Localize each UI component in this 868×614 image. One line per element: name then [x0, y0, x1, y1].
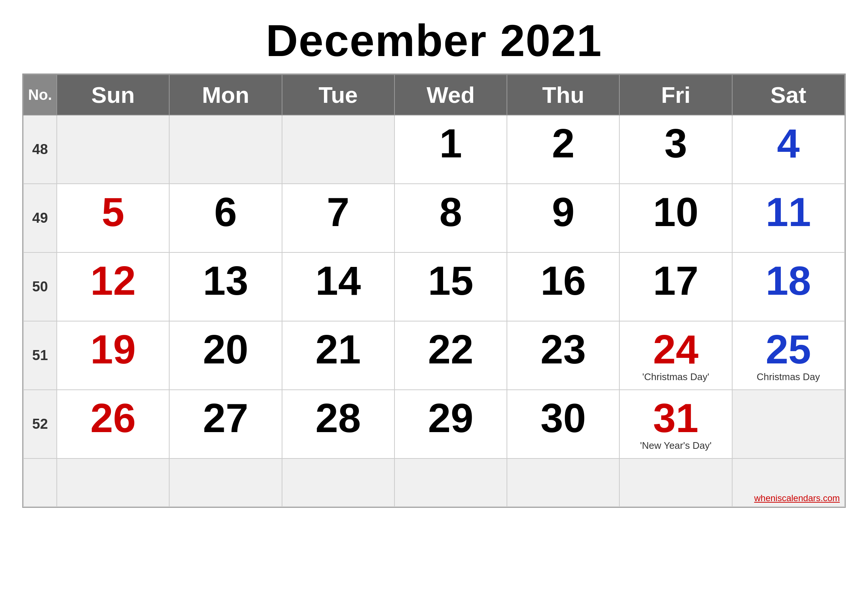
calendar-cell: wheniscalendars.com [732, 459, 845, 507]
calendar-cell [57, 115, 169, 184]
day-number: 29 [400, 398, 501, 439]
calendar-cell [732, 390, 845, 459]
header-fri: Fri [619, 74, 732, 115]
calendar-cell: 21 [282, 321, 394, 390]
calendar-cell: 8 [394, 184, 507, 253]
day-number: 10 [625, 192, 726, 233]
day-number: 18 [738, 260, 839, 301]
day-number: 12 [62, 260, 164, 301]
day-number: 3 [625, 123, 726, 164]
day-number: 16 [513, 260, 614, 301]
calendar-cell: 5 [57, 184, 169, 253]
calendar-cell: 30 [507, 390, 619, 459]
week-number: 48 [23, 115, 57, 184]
calendar-cell: 19 [57, 321, 169, 390]
calendar-cell [57, 459, 169, 507]
calendar-week-row: 51192021222324'Christmas Day'25Christmas… [23, 321, 845, 390]
day-number: 21 [288, 329, 389, 370]
calendar-cell: 7 [282, 184, 394, 253]
calendar-cell: 31'New Year's Day' [619, 390, 732, 459]
week-number: 49 [23, 184, 57, 253]
day-number: 7 [288, 192, 389, 233]
calendar-cell: 1 [394, 115, 507, 184]
calendar-cell: 29 [394, 390, 507, 459]
week-number [23, 459, 57, 507]
calendar-week-row: 52262728293031'New Year's Day' [23, 390, 845, 459]
calendar-cell [507, 459, 619, 507]
calendar-cell: 20 [169, 321, 282, 390]
day-number: 27 [175, 398, 276, 439]
calendar-week-row: wheniscalendars.com [23, 459, 845, 507]
calendar-cell: 12 [57, 253, 169, 321]
calendar-cell: 2 [507, 115, 619, 184]
calendar-cell [394, 459, 507, 507]
day-number: 25 [738, 329, 839, 370]
day-number: 8 [400, 192, 501, 233]
header-mon: Mon [169, 74, 282, 115]
day-number: 9 [513, 192, 614, 233]
header-tue: Tue [282, 74, 394, 115]
calendar-cell: 9 [507, 184, 619, 253]
week-number: 50 [23, 253, 57, 321]
calendar-cell [282, 459, 394, 507]
day-number: 28 [288, 398, 389, 439]
calendar-cell: 13 [169, 253, 282, 321]
day-number: 15 [400, 260, 501, 301]
calendar-cell: 24'Christmas Day' [619, 321, 732, 390]
calendar-cell: 11 [732, 184, 845, 253]
day-number: 31 [625, 398, 726, 439]
header-no: No. [23, 74, 57, 115]
week-number: 52 [23, 390, 57, 459]
day-number: 30 [513, 398, 614, 439]
calendar-cell: 10 [619, 184, 732, 253]
calendar-cell: 15 [394, 253, 507, 321]
watermark: wheniscalendars.com [754, 493, 840, 503]
day-number: 23 [513, 329, 614, 370]
day-number: 11 [738, 192, 839, 233]
calendar-cell [282, 115, 394, 184]
calendar-cell: 3 [619, 115, 732, 184]
calendar-cell: 27 [169, 390, 282, 459]
calendar-cell: 25Christmas Day [732, 321, 845, 390]
day-number: 2 [513, 123, 614, 164]
day-number: 22 [400, 329, 501, 370]
calendar-cell: 6 [169, 184, 282, 253]
calendar-cell: 26 [57, 390, 169, 459]
header-sat: Sat [732, 74, 845, 115]
calendar-cell: 22 [394, 321, 507, 390]
day-number: 14 [288, 260, 389, 301]
header-thu: Thu [507, 74, 619, 115]
calendar-cell [169, 459, 282, 507]
header-sun: Sun [57, 74, 169, 115]
calendar-cell: 4 [732, 115, 845, 184]
holiday-label: 'New Year's Day' [625, 440, 726, 451]
holiday-label: 'Christmas Day' [625, 371, 726, 383]
calendar-cell [619, 459, 732, 507]
day-number: 4 [738, 123, 839, 164]
week-number: 51 [23, 321, 57, 390]
day-number: 20 [175, 329, 276, 370]
calendar-week-row: 5012131415161718 [23, 253, 845, 321]
day-number: 24 [625, 329, 726, 370]
calendar-cell: 14 [282, 253, 394, 321]
calendar-cell: 18 [732, 253, 845, 321]
calendar-cell: 16 [507, 253, 619, 321]
day-number: 13 [175, 260, 276, 301]
day-number: 17 [625, 260, 726, 301]
day-number: 5 [62, 192, 164, 233]
calendar-cell: 23 [507, 321, 619, 390]
header-wed: Wed [394, 74, 507, 115]
calendar-cell: 17 [619, 253, 732, 321]
day-number: 6 [175, 192, 276, 233]
day-number: 1 [400, 123, 501, 164]
calendar: No. Sun Mon Tue Wed Thu Fri Sat 48123449… [22, 73, 846, 508]
calendar-cell: 28 [282, 390, 394, 459]
page-title: December 2021 [266, 15, 602, 66]
calendar-week-row: 481234 [23, 115, 845, 184]
calendar-header-row: No. Sun Mon Tue Wed Thu Fri Sat [23, 74, 845, 115]
holiday-label: Christmas Day [738, 371, 839, 383]
day-number: 19 [62, 329, 164, 370]
calendar-week-row: 49567891011 [23, 184, 845, 253]
calendar-cell [169, 115, 282, 184]
day-number: 26 [62, 398, 164, 439]
